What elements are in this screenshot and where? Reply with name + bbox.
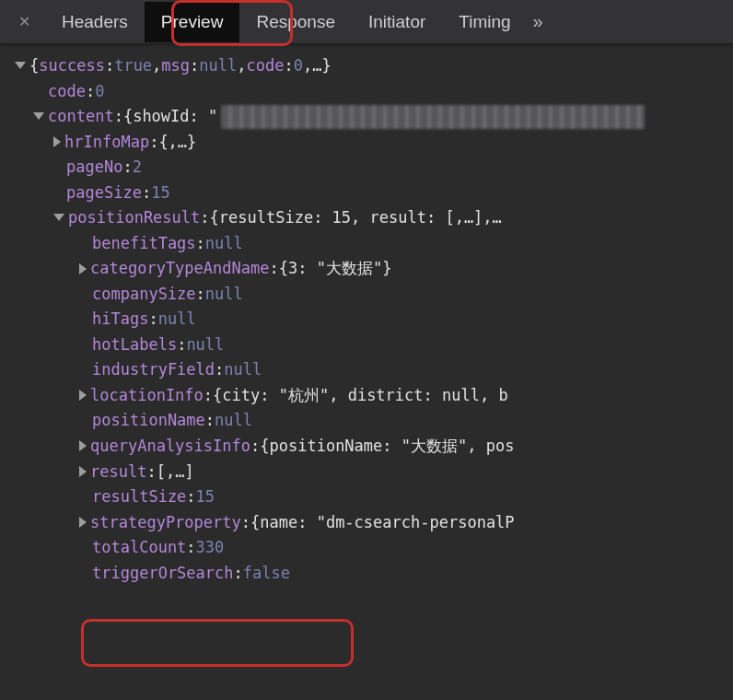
tab-preview[interactable]: Preview <box>145 2 240 42</box>
chevron-down-icon[interactable] <box>33 112 44 120</box>
json-key: pageNo <box>66 155 122 181</box>
tree-row[interactable]: hiTags: null <box>0 307 733 332</box>
json-value: {,…} <box>158 130 196 156</box>
chevron-right-icon[interactable] <box>53 136 61 147</box>
json-key: benefitTags <box>92 231 196 257</box>
json-key: code <box>247 53 285 79</box>
json-value: 15 <box>151 181 169 206</box>
json-key: queryAnalysisInfo <box>90 434 250 460</box>
json-key: code <box>48 79 86 105</box>
devtools-tabs: ✕ Headers Preview Response Initiator Tim… <box>0 0 733 44</box>
tree-row[interactable]: benefitTags: null <box>0 231 733 257</box>
json-key: hrInfoMap <box>64 130 149 156</box>
tree-row[interactable]: resultSize: 15 <box>0 484 733 510</box>
chevron-right-icon[interactable] <box>79 390 87 401</box>
tree-row[interactable]: hotLabels: null <box>0 332 733 358</box>
json-value: 2 <box>133 155 142 181</box>
json-value: null <box>205 231 243 257</box>
chevron-right-icon[interactable] <box>79 517 87 528</box>
json-key: resultSize <box>92 484 186 510</box>
json-value: {positionName: "大数据", pos <box>260 434 514 460</box>
brace: ,…} <box>303 53 332 79</box>
tab-response[interactable]: Response <box>239 2 352 42</box>
json-key: locationInfo <box>90 383 204 409</box>
json-key: strategyProperty <box>90 510 241 536</box>
json-value: null <box>186 332 224 358</box>
json-value: 0 <box>95 79 104 105</box>
json-value: false <box>243 561 290 587</box>
json-key: result <box>90 460 146 485</box>
tree-row[interactable]: companySize: null <box>0 282 733 308</box>
json-tree: { success: true, msg: null, code: 0 ,…} … <box>0 44 733 586</box>
tree-row[interactable]: locationInfo: {city: "杭州", district: nul… <box>0 383 733 409</box>
json-value: null <box>205 282 243 308</box>
json-value: {resultSize: 15, result: [,…],… <box>210 205 502 231</box>
tree-row[interactable]: positionName: null <box>0 408 733 434</box>
tree-row-root[interactable]: { success: true, msg: null, code: 0 ,…} <box>0 53 733 79</box>
tree-row[interactable]: code: 0 <box>0 79 733 105</box>
json-key: msg <box>161 53 190 79</box>
tree-row[interactable]: pageNo: 2 <box>0 155 733 181</box>
close-icon[interactable]: ✕ <box>13 13 45 30</box>
json-value: null <box>199 53 237 79</box>
chevron-down-icon[interactable] <box>15 62 26 69</box>
json-key: companySize <box>92 282 196 308</box>
json-value: 0 <box>294 53 303 79</box>
tree-row[interactable]: strategyProperty: {name: "dm-csearch-per… <box>0 510 733 536</box>
json-value: null <box>215 408 252 434</box>
json-value: {city: "杭州", district: null, b <box>213 383 508 409</box>
json-key: industryField <box>92 357 215 383</box>
json-key: pageSize <box>66 181 142 206</box>
tree-row[interactable]: positionResult: {resultSize: 15, result:… <box>0 205 733 231</box>
tree-row[interactable]: pageSize: 15 <box>0 181 733 206</box>
tree-row[interactable]: triggerOrSearch: false <box>0 561 733 587</box>
json-key: categoryTypeAndName <box>90 256 269 282</box>
chevron-right-icon[interactable] <box>79 440 87 451</box>
tree-row[interactable]: result: [,…] <box>0 460 733 485</box>
tree-row-totalcount[interactable]: totalCount: 330 <box>0 535 733 561</box>
json-key: totalCount <box>92 535 186 561</box>
overflow-tabs-icon[interactable]: » <box>533 11 543 32</box>
json-key: success <box>39 53 105 79</box>
json-value: 330 <box>196 535 225 561</box>
json-key: positionResult <box>68 205 200 231</box>
json-key: hotLabels <box>92 332 177 358</box>
tab-timing[interactable]: Timing <box>442 2 527 42</box>
json-key: hiTags <box>92 307 148 332</box>
json-value: {showId: " <box>123 104 217 130</box>
brace: { <box>29 53 39 79</box>
json-value: {3: "大数据"} <box>279 256 392 282</box>
tab-headers[interactable]: Headers <box>45 2 145 42</box>
tab-initiator[interactable]: Initiator <box>352 2 442 42</box>
json-value: {name: "dm-csearch-personalP <box>250 510 515 536</box>
json-value: [,…] <box>157 460 194 485</box>
redacted-value <box>221 105 645 129</box>
chevron-right-icon[interactable] <box>79 263 87 274</box>
json-value: null <box>158 307 196 332</box>
tree-row[interactable]: categoryTypeAndName: {3: "大数据"} <box>0 256 733 282</box>
json-key: triggerOrSearch <box>92 561 234 587</box>
chevron-down-icon[interactable] <box>53 214 64 221</box>
tree-row[interactable]: queryAnalysisInfo: {positionName: "大数据",… <box>0 434 733 460</box>
json-key: positionName <box>92 408 205 434</box>
json-key: content <box>48 104 114 130</box>
json-value: true <box>114 53 152 79</box>
chevron-right-icon[interactable] <box>79 466 87 477</box>
tree-row[interactable]: hrInfoMap: {,…} <box>0 130 733 156</box>
json-value: null <box>224 357 262 383</box>
tree-row[interactable]: content: {showId: " <box>0 104 733 130</box>
json-value: 15 <box>196 484 215 510</box>
annotation-highlight <box>81 619 354 667</box>
tree-row[interactable]: industryField: null <box>0 357 733 383</box>
